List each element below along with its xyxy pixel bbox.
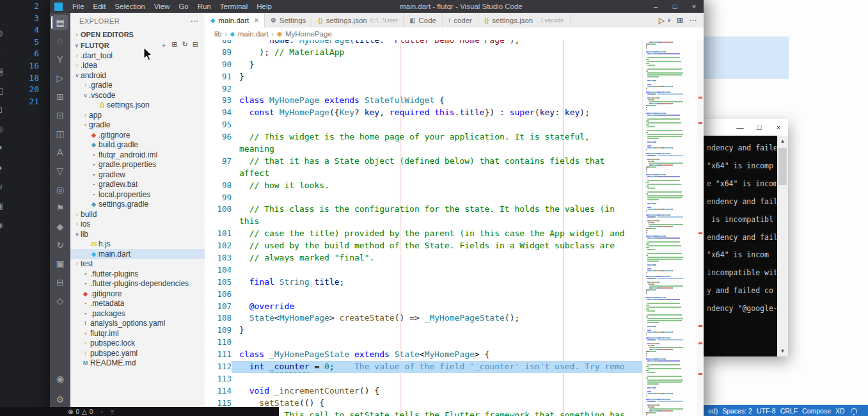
explorer-more-icon[interactable]: ⋯ — [191, 17, 198, 26]
code-line-92[interactable]: 92 — [205, 83, 643, 95]
statusbar-item[interactable]: XD — [835, 407, 845, 415]
new-folder-icon[interactable]: ⊞ — [171, 40, 177, 50]
tree-item-readme-md[interactable]: MREADME.md — [70, 358, 205, 369]
code-line-91[interactable]: 91} — [205, 71, 643, 83]
code-line-97[interactable]: 97 // that it has a State object (define… — [205, 156, 643, 168]
tree-item--dart-tool[interactable]: ›.dart_tool — [70, 51, 205, 61]
account-icon[interactable]: ◉ — [52, 371, 68, 387]
code-line-101[interactable]: 101 // case the title) provided by the p… — [205, 228, 643, 240]
extensions-icon[interactable]: ⊞ — [52, 89, 68, 104]
breadcrumb-item[interactable]: MyHomePage — [285, 30, 332, 38]
code-line-103[interactable]: 103 // always marked "final". — [205, 252, 643, 264]
code-line-109[interactable]: 109} — [205, 324, 643, 337]
code-line-94[interactable]: 94 const MyHomePage({Key? key, required … — [205, 107, 643, 119]
more-actions-icon[interactable]: ⋯ — [689, 16, 697, 25]
statusbar-item[interactable]: Compose — [802, 407, 831, 415]
tree-item--metadata[interactable]: ▪.metadata — [70, 299, 205, 309]
console-maximize-icon[interactable]: □ — [750, 124, 769, 131]
code-line-100[interactable]: 100 // This class is the configuration f… — [205, 204, 643, 216]
tree-item--flutter-plugins-dependencies[interactable]: ▪.flutter-plugins-dependencies — [70, 279, 205, 289]
code-line-106[interactable]: 106 — [205, 289, 643, 301]
tree-item-gradlew-bat[interactable]: ▪gradlew.bat — [70, 180, 205, 190]
tree-item-main-dart[interactable]: ◈main.dart — [70, 249, 205, 259]
search-icon[interactable]: ◌ — [52, 33, 68, 49]
run-icon[interactable]: ▷ — [659, 16, 665, 25]
errors-count[interactable]: 0 — [75, 408, 79, 415]
open-editors-section[interactable]: › OPEN EDITORS — [70, 29, 205, 40]
menu-item-go[interactable]: Go — [178, 3, 188, 10]
code-line-105[interactable]: 105 final String title; — [205, 276, 643, 289]
menu-item-help[interactable]: Help — [256, 3, 272, 10]
tree-item-gradle[interactable]: ›gradle — [70, 120, 205, 131]
live-share-icon[interactable]: ◎ — [52, 182, 68, 197]
minimize-icon[interactable]: – — [646, 3, 665, 10]
statusbar-item[interactable]: ed) — [708, 407, 718, 415]
tree-item-build-gradle[interactable]: ◆build.gradle — [70, 140, 205, 150]
breadcrumb-item[interactable]: lib — [214, 30, 222, 38]
tree-item-test[interactable]: ›test — [70, 259, 205, 269]
code-line-90[interactable]: 90 } — [205, 59, 643, 71]
tree-item-ios[interactable]: ›ios — [70, 220, 205, 230]
tree-item-gradlew[interactable]: ▪gradlew — [70, 170, 205, 180]
warnings-icon[interactable]: △ — [82, 408, 87, 415]
run-debug-icon[interactable]: ▷ — [52, 70, 68, 86]
layers-icon[interactable]: ⊟ — [52, 275, 68, 290]
scroll-up-icon[interactable]: ▲ — [777, 136, 788, 147]
tree-item--gitignore[interactable]: ◆.gitignore — [70, 130, 205, 140]
code-line-wrap[interactable]: affect — [205, 168, 643, 180]
code-line-114[interactable]: 114 void _incrementCounter() { — [205, 385, 643, 397]
code-line-wrap[interactable]: this — [205, 216, 643, 228]
minimap[interactable] — [642, 40, 704, 416]
scrollbar-thumb[interactable] — [778, 148, 787, 185]
sync-icon[interactable]: ↻ — [52, 237, 68, 253]
tab-close-icon[interactable]: × — [254, 16, 258, 25]
code-line-102[interactable]: 102 // used by the build method of the S… — [205, 240, 643, 252]
tree-item-lib[interactable]: ∨lib — [70, 229, 205, 239]
docker-icon[interactable]: ◫ — [52, 126, 68, 141]
code-line-99[interactable]: 99 — [205, 192, 643, 204]
code-line-108[interactable]: 108 State<MyHomePage> createState() => _… — [205, 312, 643, 324]
run-dropdown-icon[interactable]: ∨ — [667, 17, 671, 23]
tree-item-pubspec-lock[interactable]: ▪pubspec.lock — [70, 339, 205, 349]
testing-icon[interactable]: ▽ — [52, 163, 68, 179]
explorer-icon[interactable]: ▤ — [52, 15, 68, 30]
tree-item-analysis-options-yaml[interactable]: !analysis_options.yaml — [70, 319, 205, 329]
tree-item-h-js[interactable]: JSh.js — [70, 239, 205, 250]
menu-item-edit[interactable]: Edit — [93, 3, 106, 10]
code-line-112[interactable]: 112 int _counter = 0; The value of the f… — [205, 361, 643, 373]
tree-item--idea[interactable]: ›.idea — [70, 61, 205, 71]
snippets-icon[interactable]: ◇ — [52, 293, 68, 308]
tab-settings-json[interactable]: {}settings.json...\.vscode — [478, 13, 571, 28]
console-close-icon[interactable]: × — [769, 124, 788, 131]
breadcrumb-item[interactable]: main.dart — [238, 30, 269, 38]
code-line-88[interactable]: 88 home: MyHomePage(title: 'Flutter Demo… — [205, 40, 643, 47]
gems-icon[interactable]: ◆ — [52, 219, 68, 234]
console-minimize-icon[interactable]: — — [730, 124, 750, 131]
code-line-98[interactable]: 98 // how it looks. — [205, 180, 643, 192]
tab-settings[interactable]: ⚙Settings — [265, 13, 312, 28]
project-section[interactable]: ∨ FLUTQR ＋⊞↻⊟ — [70, 40, 205, 51]
code-line-wrap[interactable]: meaning — [205, 143, 643, 156]
tree-item--vscode[interactable]: ∨.vscode — [70, 90, 205, 100]
source-control-icon[interactable]: Y — [52, 52, 68, 67]
tree-item-settings-gradle[interactable]: ◆settings.gradle — [70, 200, 205, 210]
tree-item-flutqr-android-iml[interactable]: ▪flutqr_android.iml — [70, 150, 205, 160]
statusbar-item[interactable]: UTF-8 — [757, 407, 776, 415]
remote-explorer-icon[interactable]: ⊡ — [52, 108, 68, 123]
collapse-all-icon[interactable]: ⊟ — [193, 40, 198, 50]
tree-item--flutter-plugins[interactable]: ▪.flutter-plugins — [70, 269, 205, 279]
menu-item-run[interactable]: Run — [198, 3, 211, 10]
tab-coder[interactable]: !coder — [443, 13, 478, 28]
close-icon[interactable]: × — [684, 3, 704, 10]
settings-icon[interactable]: ⚙ — [52, 392, 68, 407]
bookmarks-icon[interactable]: ⚑ — [52, 200, 68, 216]
tree-item-settings-json[interactable]: {}settings.json — [70, 100, 205, 111]
tree-item-local-properties[interactable]: ▪local.properties — [70, 189, 205, 200]
warnings-count[interactable]: 0 — [90, 408, 93, 415]
tree-item-app[interactable]: ›app — [70, 110, 205, 120]
menu-item-terminal[interactable]: Terminal — [220, 3, 248, 10]
bell-icon[interactable] — [851, 408, 857, 413]
code-line-113[interactable]: 113 — [205, 373, 643, 385]
code-line-110[interactable]: 110 — [205, 337, 643, 349]
tree-item-gradle-properties[interactable]: ▪gradle.properties — [70, 160, 205, 170]
